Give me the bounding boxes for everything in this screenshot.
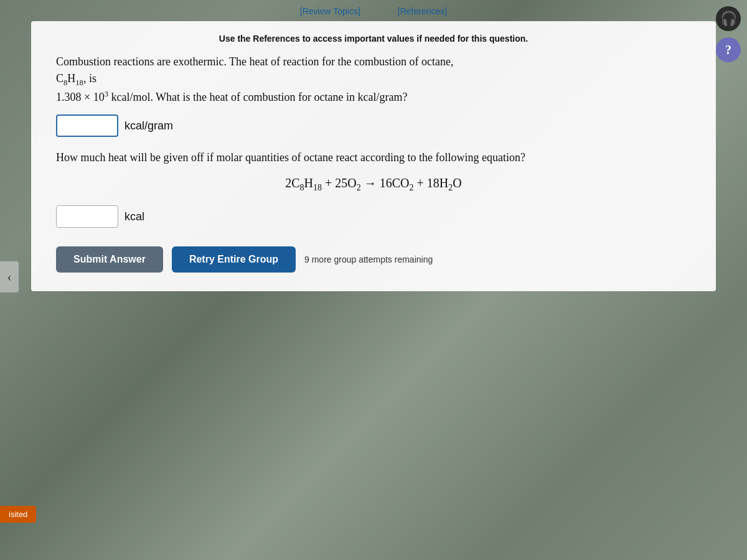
buttons-row: Submit Answer Retry Entire Group 9 more … — [56, 246, 691, 273]
visited-tab[interactable]: isited — [0, 506, 36, 523]
headphone-icon[interactable]: 🎧 — [716, 6, 741, 31]
instruction-text: Use the References to access important v… — [56, 34, 691, 44]
chevron-left-icon: ‹ — [7, 270, 12, 284]
review-topics-link[interactable]: [Review Topics] — [300, 6, 360, 16]
kcal-input[interactable] — [56, 205, 118, 228]
question2-text: How much heat will be given off if molar… — [56, 149, 691, 166]
references-link[interactable]: [References] — [398, 6, 447, 16]
chemical-equation: 2C8H18 + 25O2 → 16CO2 + 18H2O — [285, 176, 462, 190]
question-mark-icon: ? — [725, 43, 731, 57]
question1-formula: C8H18, is — [56, 72, 96, 85]
top-bar: [Review Topics] [References] — [12, 0, 735, 21]
question1-intro: Combustion reactions are exothermic. The… — [56, 55, 453, 68]
submit-answer-button[interactable]: Submit Answer — [56, 246, 163, 273]
retry-entire-group-button[interactable]: Retry Entire Group — [172, 246, 296, 273]
back-arrow-button[interactable]: ‹ — [0, 261, 19, 292]
question1-value: 1.308 × 103 kcal/mol. What is the heat o… — [56, 91, 407, 103]
question1-text: Combustion reactions are exothermic. The… — [56, 54, 691, 106]
help-button[interactable]: ? — [716, 37, 741, 62]
kcal-gram-unit: kcal/gram — [125, 119, 173, 133]
answer-row-2: kcal — [56, 205, 691, 228]
equation-container: 2C8H18 + 25O2 → 16CO2 + 18H2O — [56, 176, 691, 193]
attempts-remaining-text: 9 more group attempts remaining — [304, 254, 433, 264]
kcal-gram-input[interactable] — [56, 114, 118, 137]
content-area: Use the References to access important v… — [31, 21, 716, 291]
answer-row-1: kcal/gram — [56, 114, 691, 137]
kcal-unit: kcal — [125, 210, 144, 223]
main-container: [Review Topics] [References] Use the Ref… — [12, 0, 735, 560]
